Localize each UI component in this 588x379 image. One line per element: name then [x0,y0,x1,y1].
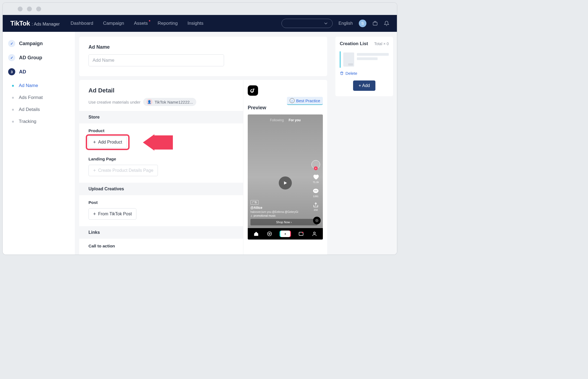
creation-item[interactable] [340,51,389,68]
placeholder-line [357,53,389,56]
like-count: 71.1k [313,181,319,184]
svg-rect-0 [373,22,377,25]
phone-preview: Following For you 71.1k [248,114,323,240]
music-note-icon: ♫ [250,214,253,217]
delete-link[interactable]: Delete [340,71,389,76]
substep-adname[interactable]: Ad Name [7,80,71,92]
plus-icon: + [359,83,362,88]
step-label: AD Group [19,55,42,61]
ad-tag: 广告 [250,200,259,205]
substep-addetails[interactable]: Ad Details [7,104,71,116]
step-label: Campaign [19,41,43,46]
play-icon[interactable] [279,176,292,189]
sidebar: ✓ Campaign ✓ AD Group 3 AD Ad Name Ads F… [3,32,75,254]
svg-point-6 [316,191,316,191]
create-page-button: + Create Product Details Page [88,165,158,176]
svg-point-5 [314,191,315,191]
svg-rect-2 [154,138,173,147]
substep-label: Ad Name [19,83,38,88]
creation-list-title: Creation List [340,41,368,46]
inbox-icon[interactable] [298,231,304,237]
substep-adsformat[interactable]: Ads Format [7,92,71,104]
svg-point-9 [269,233,270,235]
create-icon[interactable]: + [280,231,290,237]
shop-now-button[interactable]: Shop Now › [250,219,317,225]
delete-label: Delete [345,71,357,76]
tiktok-logo-icon [248,85,258,96]
bell-icon[interactable] [384,21,389,26]
post-label: Post [88,200,234,205]
step-number: 3 [8,68,15,75]
like-icon[interactable]: 71.1k [312,173,319,184]
home-icon[interactable] [253,231,259,237]
check-icon: ✓ [8,54,15,61]
preview-caption: haloover,turn you @Eelinna @GeleryGi [250,210,320,213]
bottom-nav: + [248,228,323,240]
substep-tracking[interactable]: Tracking [7,116,71,128]
section-upload: Upload Creatives [79,183,243,195]
traffic-dot [27,7,32,11]
substep-label: Ad Details [19,107,40,112]
section-links: Links [79,226,243,239]
add-product-button[interactable]: + Add Product [88,136,127,148]
right-panel: Creation List Total × 0 Delete [332,32,397,254]
landing-label: Landing Page [88,157,234,161]
step-label: AD [19,69,26,75]
follow-avatar-icon[interactable] [311,160,320,169]
svg-marker-3 [284,181,287,185]
substep-dot [12,85,14,87]
svg-point-11 [302,232,303,233]
section-store: Store [79,111,243,123]
creation-list-total: Total × 0 [374,42,389,46]
step-ad[interactable]: 3 AD [7,66,71,78]
account-chip[interactable]: 👤 TikTok Name12222... [143,98,196,106]
brand: TikTok : Ads Manager [10,20,60,27]
adname-label: Ad Name [88,44,318,50]
substep-label: Ads Format [19,95,43,100]
plus-icon: + [93,139,96,145]
comment-icon[interactable]: 1281 [313,188,319,198]
chevron-right-icon: › [291,220,292,224]
plus-icon: + [93,211,96,217]
tiktok-small-icon: ♪ [290,98,295,103]
nav-dashboard[interactable]: Dashboard [71,21,93,26]
traffic-dot [36,7,41,11]
plus-icon: + [93,168,96,173]
music-disc-icon [313,217,321,224]
best-practice-chip[interactable]: ♪ Best Practice [287,97,323,105]
creation-list-card: Creation List Total × 0 Delete [335,37,393,96]
discover-icon[interactable] [267,231,272,237]
briefcase-icon[interactable] [372,21,378,26]
profile-icon[interactable] [312,231,317,237]
brand-name: TikTok [10,20,30,27]
nav-reporting[interactable]: Reporting [158,21,178,26]
tab-following: Following [270,118,284,122]
svg-point-8 [268,232,272,236]
step-adgroup[interactable]: ✓ AD Group [7,51,71,64]
step-campaign[interactable]: ✓ Campaign [7,37,71,50]
nav-assets[interactable]: Assets [134,21,148,26]
account-avatar-icon: 👤 [146,99,152,105]
preview-title: Preview [248,105,323,111]
creative-text: Use creative materials under [88,100,140,104]
add-creation-button[interactable]: + Add [353,80,375,91]
svg-marker-1 [143,134,154,151]
tab-foryou: For you [289,118,301,122]
language-label[interactable]: English [339,21,353,26]
annotation-arrow-icon [143,132,173,153]
adname-input[interactable] [88,54,224,66]
user-avatar[interactable]: S [359,20,366,27]
nav-campaign[interactable]: Campaign [103,21,124,26]
from-post-button[interactable]: + From TikTok Post [88,208,136,220]
substep-dot [12,97,14,99]
comment-count: 1281 [313,195,318,198]
cta-label: Call to action [88,244,234,248]
main-content: Ad Name Ad Detail Use creative materials… [75,32,332,254]
preview-music: ♫ promotional music [250,214,320,217]
add-product-label: Add Product [98,140,122,145]
nav-insights[interactable]: Insights [188,21,204,26]
account-name: TikTok Name12222... [155,100,193,104]
substep-dot [12,109,14,111]
account-selector[interactable] [281,19,333,28]
browser-chrome [3,3,397,15]
